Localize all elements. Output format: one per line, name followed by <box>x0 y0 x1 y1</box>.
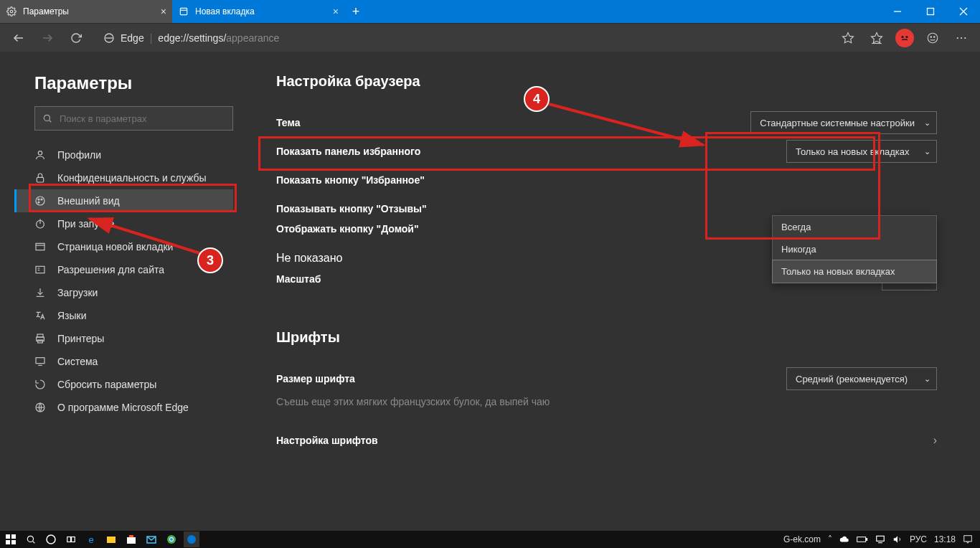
store-icon[interactable] <box>123 532 139 547</box>
sidebar-item-label: Языки <box>57 310 87 321</box>
sidebar-title: Параметры <box>34 73 233 93</box>
settings-panel: Настройка браузера Тема Стандартные сист… <box>248 52 980 531</box>
taskview-icon[interactable] <box>63 532 79 547</box>
search-icon[interactable] <box>23 532 39 547</box>
settings-sidebar: Параметры ПрофилиКонфиденциальность и сл… <box>0 52 248 531</box>
sidebar-item-label: Система <box>57 356 98 367</box>
clock[interactable]: 13:18 <box>934 534 956 544</box>
edge-logo-icon <box>103 32 115 44</box>
close-window-button[interactable] <box>947 0 980 23</box>
profile-avatar[interactable] <box>895 29 914 47</box>
start-button[interactable] <box>3 532 19 547</box>
more-button[interactable] <box>948 25 974 51</box>
sidebar-item-download[interactable]: Загрузки <box>14 281 233 304</box>
taskbar-text: G-ek.com <box>783 534 821 544</box>
feedback-icon[interactable] <box>920 25 946 51</box>
svg-marker-10 <box>843 32 854 42</box>
minimize-button[interactable] <box>881 0 914 23</box>
sidebar-item-appearance[interactable]: Внешний вид <box>14 189 233 212</box>
reset-icon <box>34 379 47 390</box>
home-label: Отображать кнопку "Домой" <box>276 223 419 252</box>
windows-taskbar: e G-ek.com ˄ РУС 13:18 <box>0 531 980 548</box>
maximize-button[interactable] <box>914 0 947 23</box>
svg-point-19 <box>957 37 958 38</box>
url-prefix: edge://settings/ <box>158 32 226 44</box>
new-tab-button[interactable]: + <box>344 4 367 19</box>
dropdown-option[interactable]: Всегда <box>773 216 936 238</box>
row-theme: Тема Стандартные системные настройки ⌄ <box>276 108 937 137</box>
sidebar-item-printer[interactable]: Принтеры <box>14 327 233 350</box>
sidebar-item-about[interactable]: О программе Microsoft Edge <box>14 396 233 419</box>
svg-point-18 <box>934 36 936 37</box>
lang-indicator[interactable]: РУС <box>910 534 927 544</box>
gear-icon <box>6 6 17 17</box>
favbar-label: Показать панель избранного <box>276 146 786 157</box>
action-center-icon[interactable] <box>963 534 973 544</box>
sidebar-item-profile[interactable]: Профили <box>14 143 233 166</box>
sidebar-item-system[interactable]: Система <box>14 350 233 373</box>
page-icon <box>178 6 189 17</box>
svg-rect-56 <box>107 537 116 543</box>
dropdown-option[interactable]: Только на новых вкладках <box>772 260 937 283</box>
dropdown-option[interactable]: Никогда <box>773 238 936 260</box>
font-sample: Съешь еще этих мягких французских булок,… <box>276 396 937 407</box>
close-icon[interactable]: × <box>161 6 166 17</box>
browser-tab-settings[interactable]: Параметры × <box>0 0 172 23</box>
fontsize-select[interactable]: Средний (рекомендуется) ⌄ <box>786 367 937 390</box>
network-icon[interactable] <box>875 534 885 544</box>
svg-rect-47 <box>6 534 10 539</box>
svg-point-28 <box>41 199 42 200</box>
content-area: Параметры ПрофилиКонфиденциальность и сл… <box>0 52 980 531</box>
url-path: appearance <box>226 32 279 44</box>
cortana-icon[interactable] <box>43 532 59 547</box>
svg-point-27 <box>38 199 39 200</box>
volume-icon[interactable] <box>892 534 903 544</box>
svg-rect-4 <box>928 9 934 15</box>
edge-icon[interactable] <box>184 532 199 547</box>
about-icon <box>34 402 47 413</box>
favorite-star-icon[interactable] <box>835 25 861 51</box>
svg-point-24 <box>38 151 42 155</box>
svg-point-17 <box>930 36 932 37</box>
favbar-select[interactable]: Только на новых вкладках ⌄ <box>786 140 937 163</box>
svg-rect-69 <box>964 536 972 542</box>
sidebar-item-power[interactable]: При запуске <box>14 212 233 235</box>
sidebar-item-lock[interactable]: Конфиденциальность и службы <box>14 166 233 189</box>
chrome-icon[interactable] <box>164 532 179 547</box>
explorer-icon[interactable] <box>103 532 119 547</box>
svg-rect-54 <box>67 537 71 542</box>
row-fav-button: Показать кнопку "Избранное" <box>276 166 937 194</box>
onedrive-icon[interactable] <box>839 534 849 544</box>
tab-strip: + <box>344 0 881 23</box>
back-button[interactable] <box>6 25 32 51</box>
svg-rect-1 <box>180 8 187 14</box>
sidebar-item-lang[interactable]: Языки <box>14 304 233 327</box>
settings-search[interactable] <box>34 106 233 131</box>
fontsize-label: Размер шрифта <box>276 373 786 384</box>
forward-button[interactable] <box>34 25 60 51</box>
chevron-down-icon: ⌄ <box>924 374 930 384</box>
search-input[interactable] <box>60 113 225 124</box>
favorites-button[interactable] <box>864 25 890 51</box>
browser-tab-newtab[interactable]: Новая вкладка × <box>172 0 344 23</box>
address-field[interactable]: Edge | edge://settings/appearance <box>96 27 828 49</box>
battery-icon[interactable] <box>857 535 868 544</box>
row-customize-fonts[interactable]: Настройка шрифтов › <box>276 426 937 455</box>
system-icon <box>34 356 47 367</box>
refresh-button[interactable] <box>63 25 89 51</box>
favbar-dropdown: ВсегдаНикогдаТолько на новых вкладках <box>772 215 937 283</box>
theme-value: Стандартные системные настройки <box>760 118 915 128</box>
close-icon[interactable]: × <box>333 6 339 17</box>
window-controls <box>881 0 980 23</box>
sidebar-item-label: При запуске <box>57 218 114 230</box>
sidebar-item-reset[interactable]: Сбросить параметры <box>14 373 233 396</box>
svg-rect-55 <box>72 537 75 542</box>
svg-marker-68 <box>894 536 897 542</box>
fontsize-value: Средний (рекомендуется) <box>796 374 908 384</box>
edge-legacy-icon[interactable]: e <box>83 532 99 547</box>
svg-rect-49 <box>6 540 10 544</box>
tray-chevron-icon[interactable]: ˄ <box>828 534 832 544</box>
theme-select[interactable]: Стандартные системные настройки ⌄ <box>750 111 937 134</box>
mail-icon[interactable] <box>143 532 159 547</box>
svg-rect-39 <box>37 334 43 337</box>
